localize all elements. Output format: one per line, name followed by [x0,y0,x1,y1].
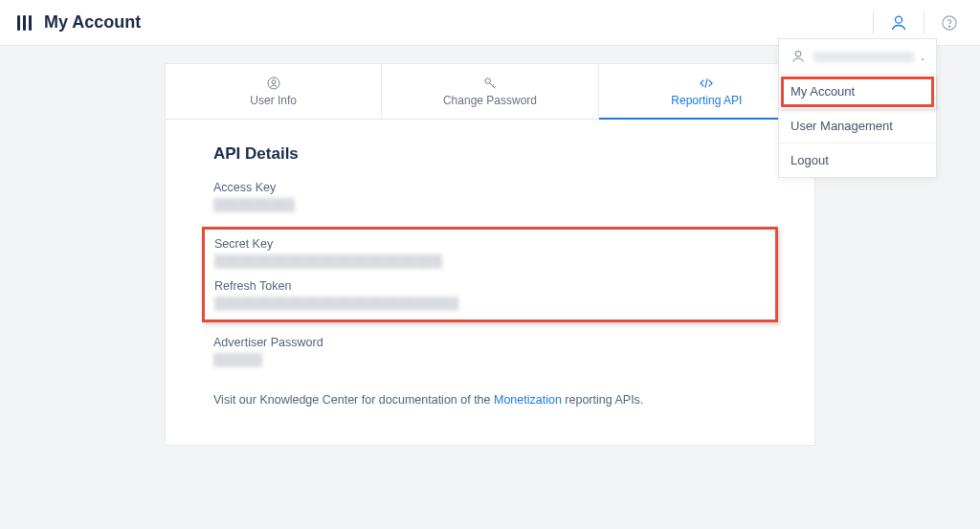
footer-text: Visit our Knowledge Center for documenta… [213,393,767,407]
field-label: Access Key [213,181,767,194]
user-icon [791,49,806,64]
user-dropdown: . My Account User Management Logout [778,38,937,178]
footer-suffix: reporting APIs. [562,393,643,407]
tab-change-password[interactable]: Change Password [382,64,598,119]
top-bar: My Account . My Account [0,0,980,46]
api-details-panel: API Details Access Key ██████████ Secret… [166,120,814,416]
page-title: My Account [44,12,141,33]
field-refresh-token: Refresh Token ██████████████████████████… [214,279,766,310]
divider [873,11,874,34]
menu-item-my-account[interactable]: My Account [779,75,936,109]
field-label: Refresh Token [214,279,766,293]
tab-bar: User Info Change Password Reporting API [166,64,814,120]
highlighted-fields: Secret Key ████████████████████████████ … [202,227,778,322]
key-icon [482,76,498,91]
field-value: ██████ [213,353,271,366]
main-card: User Info Change Password Reporting API … [165,63,815,446]
username-trail: . [922,50,924,63]
divider [924,11,924,34]
svg-point-2 [948,26,949,27]
tab-label: Change Password [443,94,537,107]
tab-label: Reporting API [671,94,742,107]
dropdown-user-row: . [779,39,936,75]
help-icon[interactable] [936,10,963,36]
field-label: Secret Key [214,237,766,251]
code-icon [699,76,714,91]
tab-label: User Info [250,94,297,107]
svg-point-6 [485,78,490,83]
topbar-actions [865,10,963,36]
monetization-link[interactable]: Monetization [494,393,562,407]
menu-toggle-icon[interactable] [17,16,34,30]
svg-point-4 [268,77,279,89]
svg-point-0 [896,16,902,23]
tab-user-info[interactable]: User Info [166,64,382,119]
menu-item-logout[interactable]: Logout [779,143,936,177]
menu-item-user-management[interactable]: User Management [779,109,936,143]
field-value: ████████████████████████████ [214,254,415,268]
section-title: API Details [213,144,767,164]
field-advertiser-password: Advertiser Password ██████ [213,336,767,366]
svg-point-3 [795,52,801,57]
field-value: ██████████ [213,198,300,211]
username-blurred [813,52,914,62]
field-value: ██████████████████████████████ [214,297,434,310]
field-label: Advertiser Password [213,336,767,349]
user-icon[interactable] [885,10,912,36]
field-secret-key: Secret Key ████████████████████████████ [214,237,766,268]
footer-prefix: Visit our Knowledge Center for documenta… [213,393,494,407]
svg-point-5 [272,80,276,84]
user-icon [266,76,281,91]
svg-point-1 [943,15,956,29]
field-access-key: Access Key ██████████ [213,181,767,211]
